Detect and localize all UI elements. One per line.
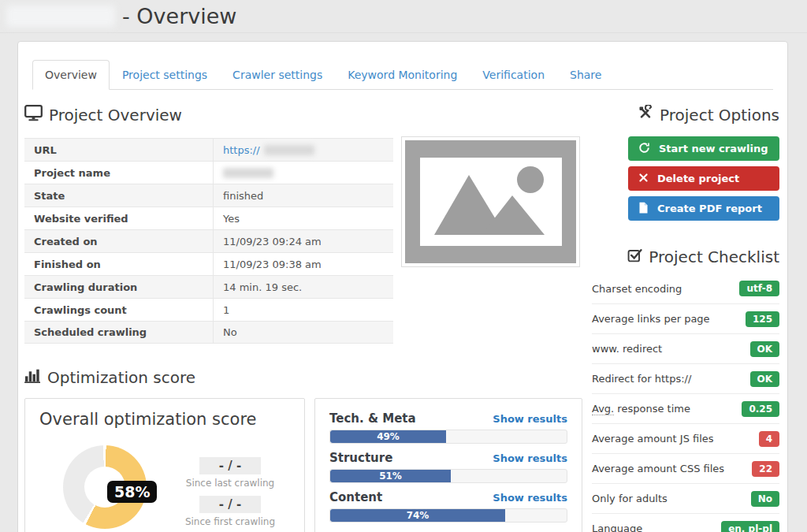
optimization-score-heading-label: Optimization score xyxy=(47,368,195,387)
checklist-label: Charset encoding xyxy=(592,283,682,295)
tab-bar: Overview Project settings Crawler settin… xyxy=(32,60,773,90)
progress-bar-fill: 74% xyxy=(330,509,505,522)
row-value: 1 xyxy=(214,299,393,321)
checklist-item: Redirect for https:// OK xyxy=(592,363,779,393)
redacted-project-name-value xyxy=(223,168,273,178)
category-group: Tech. & Meta Show results 49% xyxy=(329,411,567,444)
status-badge: utf-8 xyxy=(739,281,779,296)
row-label: Scheduled crawling xyxy=(24,322,214,343)
tab-project-settings[interactable]: Project settings xyxy=(110,60,220,90)
since-first-value: - / - xyxy=(199,496,261,513)
row-label: Crawling duration xyxy=(24,276,214,298)
delete-project-button[interactable]: Delete project xyxy=(628,166,779,191)
category-name: Tech. & Meta xyxy=(329,411,416,426)
start-new-crawling-button[interactable]: Start new crawling xyxy=(628,136,779,161)
category-group: Content Show results 74% xyxy=(329,490,567,523)
checklist-label-rest: response time xyxy=(614,403,690,415)
since-last-value: - / - xyxy=(199,457,261,474)
table-row: Project name xyxy=(24,161,393,184)
status-badge: 0.25 xyxy=(742,401,779,417)
row-label: Crawlings count xyxy=(24,299,214,321)
overall-score-card: Overall optimization score 58% - / - Sin… xyxy=(24,398,305,532)
table-row: URL https:// xyxy=(24,138,393,161)
checklist-label: www. redirect xyxy=(592,343,662,355)
progress-bar-track: 49% xyxy=(329,430,567,444)
status-badge: OK xyxy=(750,371,780,387)
refresh-icon xyxy=(638,142,650,156)
show-results-link[interactable]: Show results xyxy=(493,492,567,504)
progress-bar-fill: 51% xyxy=(330,470,451,482)
table-row: Crawlings count 1 xyxy=(24,298,393,321)
bar-chart-icon xyxy=(24,368,41,387)
row-value: Yes xyxy=(214,207,393,229)
status-badge: en, pl-pl xyxy=(721,521,779,532)
checklist-label: Redirect for https:// xyxy=(592,373,691,385)
checklist-label: Only for adults xyxy=(592,493,668,504)
project-overview-heading-label: Project Overview xyxy=(49,106,182,125)
page-title: - Overview xyxy=(6,4,236,28)
row-value: No xyxy=(214,322,393,343)
optimization-score-heading: Optimization score xyxy=(24,368,195,387)
project-options-heading-label: Project Options xyxy=(660,106,779,125)
row-value: 11/09/23 09:24 am xyxy=(214,230,393,252)
tab-share[interactable]: Share xyxy=(557,60,614,90)
table-row: Crawling duration 14 min. 19 sec. xyxy=(24,275,393,298)
project-checklist-heading: Project Checklist xyxy=(592,247,779,266)
file-icon xyxy=(638,202,649,216)
score-value-pill: 58% xyxy=(107,481,157,503)
x-icon xyxy=(638,173,649,185)
show-results-link[interactable]: Show results xyxy=(493,452,567,464)
checklist-item: Avg. response time 0.25 xyxy=(592,393,779,423)
redacted-project-name xyxy=(6,6,115,27)
checklist-label: Average amount CSS files xyxy=(592,463,724,474)
checklist-item: Charset encoding utf-8 xyxy=(592,273,779,303)
website-screenshot-placeholder xyxy=(401,136,580,267)
tab-crawler-settings[interactable]: Crawler settings xyxy=(220,60,335,90)
checklist-item: Only for adults No xyxy=(592,483,779,513)
row-label: Project name xyxy=(24,162,214,184)
row-label: Created on xyxy=(24,230,214,252)
checklist-label: Avg. response time xyxy=(592,403,690,415)
category-group: Structure Show results 51% xyxy=(329,451,567,483)
category-name: Structure xyxy=(329,451,392,465)
project-overview-heading: Project Overview xyxy=(24,105,182,125)
overall-score-card-title: Overall optimization score xyxy=(39,410,304,429)
table-row: Scheduled crawling No xyxy=(24,321,393,344)
category-name: Content xyxy=(329,490,382,504)
checklist-label: Average amount JS files xyxy=(592,433,714,445)
project-checklist: Charset encoding utf-8 Average links per… xyxy=(592,273,779,532)
tab-keyword-monitoring[interactable]: Keyword Monitoring xyxy=(335,60,470,90)
table-row: Created on 11/09/23 09:24 am xyxy=(24,229,393,252)
button-label: Delete project xyxy=(657,173,739,184)
project-options-heading: Project Options xyxy=(592,105,779,125)
show-results-link[interactable]: Show results xyxy=(493,413,567,425)
button-label: Create PDF report xyxy=(657,203,762,214)
main-panel: Overview Project settings Crawler settin… xyxy=(17,41,788,532)
table-row: State finished xyxy=(24,184,393,206)
image-placeholder-icon xyxy=(420,158,562,246)
row-label: URL xyxy=(24,139,214,161)
checklist-item: Language en, pl-pl xyxy=(592,513,779,532)
project-overview-table: URL https:// Project name State finished… xyxy=(24,138,393,344)
row-label: Website verified xyxy=(24,207,214,229)
redacted-url xyxy=(264,145,314,155)
project-url-link[interactable]: https:// xyxy=(223,144,260,156)
button-label: Start new crawling xyxy=(659,143,768,154)
tools-icon xyxy=(638,105,653,125)
row-label: State xyxy=(24,184,214,206)
tab-overview[interactable]: Overview xyxy=(32,60,110,90)
status-badge: OK xyxy=(750,341,780,357)
checklist-label: Language xyxy=(592,523,642,532)
checklist-item: Average amount JS files 4 xyxy=(592,423,779,453)
tab-verification[interactable]: Verification xyxy=(470,60,557,90)
status-badge: 4 xyxy=(759,431,779,447)
category-scores-card: Tech. & Meta Show results 49% Structure … xyxy=(314,398,582,532)
table-row: Finished on 11/09/23 09:38 am xyxy=(24,252,393,275)
project-checklist-heading-label: Project Checklist xyxy=(649,247,779,266)
monitor-icon xyxy=(24,105,43,125)
project-options-buttons: Start new crawling Delete project Create… xyxy=(592,136,779,221)
image-placeholder-frame xyxy=(405,140,576,263)
create-pdf-report-button[interactable]: Create PDF report xyxy=(628,196,779,221)
right-column: Project Options Start new crawling Delet… xyxy=(592,105,779,532)
status-badge: 125 xyxy=(746,311,779,327)
